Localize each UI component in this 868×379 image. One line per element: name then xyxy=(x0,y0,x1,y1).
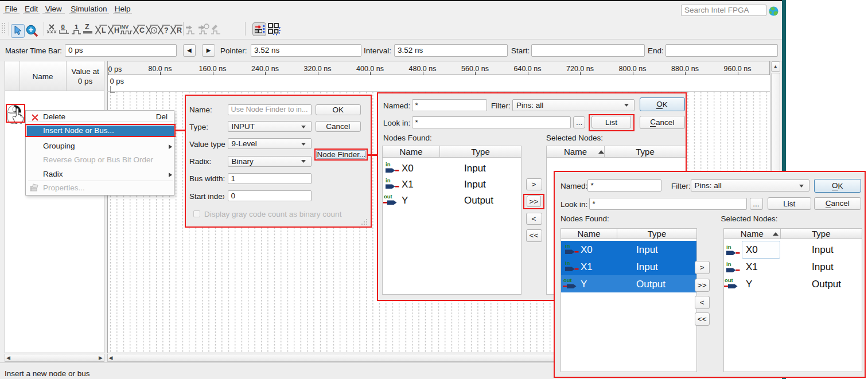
svg-text:0: 0 xyxy=(61,24,65,30)
svg-text:H: H xyxy=(114,26,119,34)
svg-text:Z: Z xyxy=(85,23,89,31)
svg-text:INV: INV xyxy=(120,24,129,30)
svg-text:L: L xyxy=(102,26,106,34)
svg-text:?: ? xyxy=(164,26,169,34)
svg-text:1: 1 xyxy=(75,24,79,30)
svg-text:R: R xyxy=(177,26,182,34)
svg-text:C: C xyxy=(139,26,145,34)
